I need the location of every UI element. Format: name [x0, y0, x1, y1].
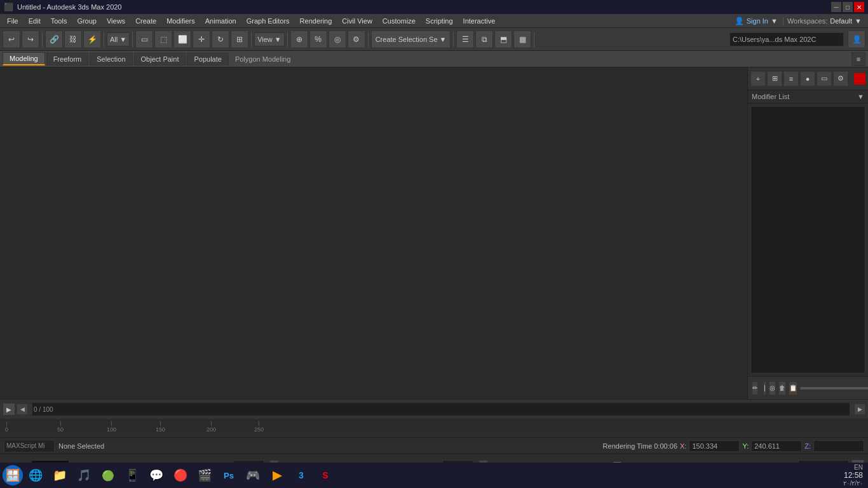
redo-button[interactable]: ↪ [22, 30, 39, 48]
rp-bottom-icon5[interactable]: 📋 [789, 381, 797, 395]
rect-select-button[interactable]: ⬜ [173, 30, 191, 48]
percent-button[interactable]: % [309, 30, 327, 48]
rp-icon4[interactable]: ● [800, 71, 815, 86]
tl-right-btn[interactable]: ▶ [854, 403, 865, 415]
titlebar-controls: ─ □ ✕ [831, 2, 864, 12]
tab-populate[interactable]: Populate [187, 53, 228, 65]
modifier-list-dropdown-icon[interactable]: ▼ [857, 93, 864, 100]
rp-icon1[interactable]: + [750, 71, 766, 86]
bind-button[interactable]: ⚡ [83, 30, 101, 48]
view-dropdown[interactable]: View ▼ [254, 32, 285, 46]
video-button[interactable]: 🎬 [193, 464, 216, 487]
game-button[interactable]: 🎮 [241, 464, 264, 487]
sign-in-dropdown[interactable]: ▼ [771, 17, 778, 25]
rp-bottom-icon3[interactable]: ◎ [769, 381, 776, 395]
filter-dropdown[interactable]: All ▼ [107, 32, 130, 46]
none-selected-label: None Selected [58, 442, 104, 450]
menu-rendering[interactable]: Rendering [295, 16, 337, 26]
rp-icon6[interactable]: ⚙ [833, 71, 848, 86]
app1-button[interactable]: 📱 [121, 464, 144, 487]
menu-views[interactable]: Views [102, 16, 130, 26]
max3ds-button[interactable]: 3 [290, 464, 313, 487]
tick-50: 50 [57, 421, 64, 433]
sign-in-label[interactable]: Sign In [747, 17, 768, 25]
folder-button[interactable]: 📁 [48, 464, 71, 487]
titlebar: ⬛ Untitled - Autodesk 3ds Max 2020 ─ □ ✕ [0, 0, 868, 14]
scale-button[interactable]: ⊞ [231, 30, 248, 48]
menu-civil-view[interactable]: Civil View [337, 16, 376, 26]
app-icon: ⬛ [4, 3, 13, 11]
rp-color-swatch[interactable] [854, 73, 865, 85]
menu-graph-editors[interactable]: Graph Editors [242, 16, 294, 26]
named-sel-btn[interactable]: ☰ [456, 30, 474, 48]
app2-button[interactable]: 🔴 [169, 464, 192, 487]
menu-edit[interactable]: Edit [24, 16, 45, 26]
menu-create[interactable]: Create [131, 16, 161, 26]
profile-icon-button[interactable]: 👤 [848, 30, 865, 48]
menu-animation[interactable]: Animation [201, 16, 241, 26]
menu-tools[interactable]: Tools [46, 16, 72, 26]
right-panel-bottom: ✏ | ◎ 🗑 📋 [748, 376, 868, 399]
tab-object-paint[interactable]: Object Paint [134, 53, 186, 65]
close-button[interactable]: ✕ [854, 2, 864, 12]
chrome-button[interactable]: 🟢 [97, 464, 119, 487]
app4-button[interactable]: S [314, 464, 337, 487]
create-selection-button[interactable]: Create Selection Se ▼ [371, 30, 451, 48]
move-button[interactable]: ✛ [193, 30, 210, 48]
rp-icon3[interactable]: ≡ [783, 71, 799, 86]
toolbar-separator6 [368, 32, 369, 47]
viewport-wrapper: [+] [Perspective] [Standard] [Default Sh… [0, 67, 747, 399]
rp-bottom-icon1[interactable]: ✏ [752, 381, 758, 395]
layers-btn[interactable]: ⧉ [475, 30, 493, 48]
tl-left-btn[interactable]: ◀ [17, 403, 28, 415]
menu-scripting[interactable]: Scripting [421, 16, 458, 26]
timeline-nav: ▶ [3, 403, 15, 416]
whatsapp-button[interactable]: 💬 [145, 464, 168, 487]
mirror-button[interactable]: ⚙ [348, 30, 365, 48]
rp-icon5[interactable]: ▭ [817, 71, 832, 86]
tab-selection[interactable]: Selection [90, 53, 132, 65]
snap-button[interactable]: ◎ [329, 30, 346, 48]
menu-modifiers[interactable]: Modifiers [162, 16, 200, 26]
menu-customize[interactable]: Customize [378, 16, 420, 26]
select-button[interactable]: ▭ [135, 30, 153, 48]
menu-group[interactable]: Group [72, 16, 101, 26]
rp-icon2[interactable]: ⊞ [767, 71, 782, 86]
play-button[interactable]: ▶ [3, 403, 15, 416]
photoshop-button[interactable]: Ps [217, 464, 240, 487]
undo-button[interactable]: ↩ [3, 30, 20, 48]
statusbar: MAXScript Mi None Selected Rendering Tim… [0, 437, 868, 454]
clock-date: ۲۰/۲/۲۰ [843, 480, 863, 487]
parent-btn[interactable]: ⬒ [494, 30, 512, 48]
clock-en: EN [854, 464, 863, 471]
menu-file[interactable]: File [3, 16, 23, 26]
workspace-value[interactable]: Default [830, 17, 852, 25]
unlink-button[interactable]: ⛓ [64, 30, 82, 48]
maxscript-field[interactable]: MAXScript Mi [4, 440, 55, 452]
timeline-slider[interactable]: 0 / 100 [32, 402, 850, 416]
app-body: File Edit Tools Group Views Create Modif… [0, 14, 868, 477]
toolbar-separator8 [534, 32, 534, 47]
subtoolbar-icon[interactable]: ≡ [851, 52, 865, 66]
tab-freeform[interactable]: Freeform [46, 53, 89, 65]
media-button[interactable]: 🎵 [72, 464, 95, 487]
child-btn[interactable]: ▦ [513, 30, 531, 48]
link-button[interactable]: 🔗 [45, 30, 63, 48]
rp-bottom-icon2[interactable]: | [763, 381, 766, 395]
workspace-dropdown-icon[interactable]: ▼ [855, 17, 862, 25]
reference-button[interactable]: ⊕ [290, 30, 308, 48]
select-region-button[interactable]: ⬚ [154, 30, 172, 48]
path-value: C:\Users\ya...ds Max 202C [733, 36, 816, 43]
maximize-button[interactable]: □ [843, 2, 853, 12]
start-button[interactable]: 🪟 [3, 465, 23, 485]
tab-modeling[interactable]: Modeling [3, 52, 45, 65]
menu-interactive[interactable]: Interactive [459, 16, 500, 26]
minimize-button[interactable]: ─ [831, 2, 841, 12]
z-label: Z: [804, 442, 811, 450]
app3-button[interactable]: ▶ [266, 464, 288, 487]
ie-button[interactable]: 🌐 [24, 464, 47, 487]
z-coord-field [813, 440, 864, 452]
rp-bottom-icon4[interactable]: 🗑 [778, 381, 786, 395]
main-toolbar: ↩ ↪ 🔗 ⛓ ⚡ All ▼ ▭ ⬚ ⬜ ✛ ↻ ⊞ View ▼ ⊕ % ◎… [0, 28, 868, 51]
rotate-button[interactable]: ↻ [212, 30, 229, 48]
